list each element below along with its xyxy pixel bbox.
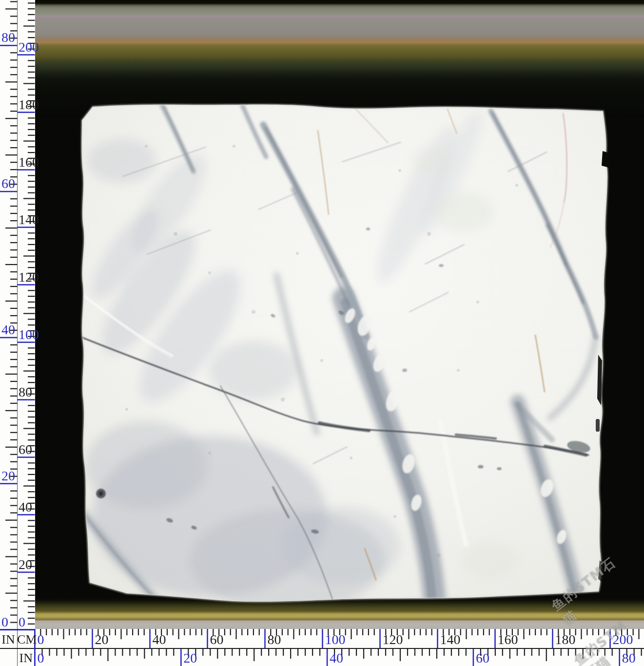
ruler-label-h-cm-200: 200 xyxy=(613,633,633,647)
slab-scan-viewport: 0204060801001201401601802000204060800204… xyxy=(0,0,644,666)
ruler-label-h-in-60: 60 xyxy=(476,651,489,665)
ruler-label-v-in-40: 40 xyxy=(1,323,15,337)
corner-unit-inches: IN xyxy=(0,632,17,647)
ruler-label-h-cm-120: 120 xyxy=(383,633,403,647)
ruler-ticks xyxy=(0,0,644,666)
ruler-label-v-cm-60: 60 xyxy=(19,443,32,457)
ruler-label-v-in-0: 0 xyxy=(1,615,8,629)
ruler-label-h-cm-60: 60 xyxy=(210,633,224,647)
ruler-label-h-cm-20: 20 xyxy=(95,633,109,647)
ruler-label-v-in-20: 20 xyxy=(1,469,15,483)
ruler-label-v-cm-120: 120 xyxy=(19,270,39,284)
ruler-label-v-cm-0: 0 xyxy=(19,615,25,629)
ruler-label-v-cm-160: 160 xyxy=(19,155,39,169)
ruler-label-h-cm-160: 160 xyxy=(498,633,518,647)
ruler-label-v-cm-80: 80 xyxy=(19,385,32,399)
ruler-label-h-in-20: 20 xyxy=(183,651,197,665)
ruler-label-h-cm-40: 40 xyxy=(153,633,166,647)
ruler-row-divider xyxy=(0,648,644,649)
ruler-label-v-in-80: 80 xyxy=(1,31,15,44)
ruler-label-h-cm-180: 180 xyxy=(555,633,576,647)
ruler-label-v-cm-180: 180 xyxy=(19,98,39,112)
ruler-label-h-cm-100: 100 xyxy=(325,633,346,647)
ruler-label-v-cm-100: 100 xyxy=(19,328,39,342)
ruler-label-h-in-80: 80 xyxy=(622,651,636,665)
ruler-label-h-cm-140: 140 xyxy=(440,633,461,647)
corner-unit-cm: CM xyxy=(17,632,34,647)
ruler-label-v-cm-200: 200 xyxy=(19,40,39,54)
ruler-label-h-in-0: 0 xyxy=(38,651,44,665)
corner-top-line xyxy=(0,629,35,630)
ruler-label-v-in-60: 60 xyxy=(1,177,15,190)
ruler-label-v-cm-20: 20 xyxy=(19,558,32,571)
ruler-label-v-cm-140: 140 xyxy=(19,213,39,227)
ruler-label-v-cm-40: 40 xyxy=(19,500,32,514)
ruler-label-h-cm-0: 0 xyxy=(38,633,44,647)
ruler-column-divider xyxy=(17,0,18,666)
ruler-label-h-cm-80: 80 xyxy=(268,633,281,647)
corner-unit-inches-row2: IN xyxy=(17,651,33,666)
ruler-label-h-in-40: 40 xyxy=(330,651,343,665)
